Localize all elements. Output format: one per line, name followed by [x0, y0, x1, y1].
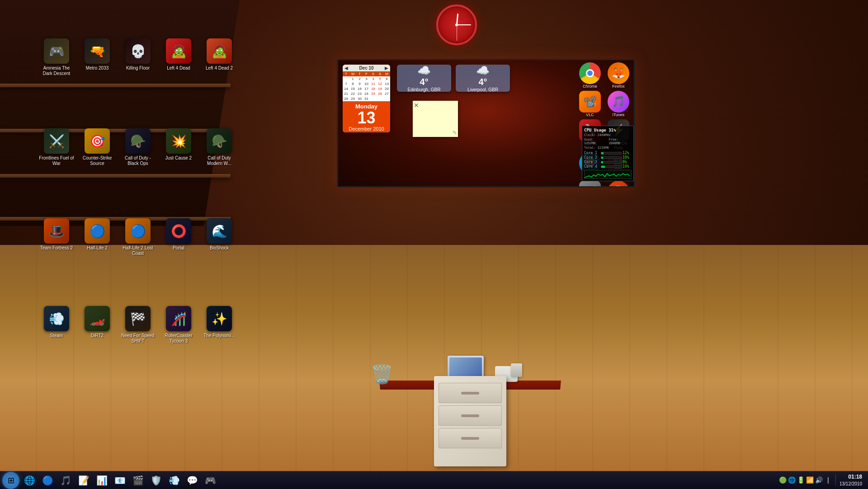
- icon-row-4: 💨 Steam 🏎️ DiRT2 🏁 Need For Speed SHIFT …: [36, 304, 240, 346]
- tray-signal[interactable]: 📶: [807, 476, 814, 484]
- calendar-days: 123456 78910111213 14151617181920 212223…: [343, 76, 390, 101]
- cpu-core4: Core 4 19%: [584, 165, 632, 169]
- calendar-month-year: December 2010: [343, 126, 390, 132]
- drawer-2: [439, 405, 502, 426]
- icon-amnesia[interactable]: 🎮 Amnesia The Dark Descent: [36, 36, 77, 79]
- firefox-icon: 🦊: [608, 62, 629, 84]
- icon-killing-floor[interactable]: 💀 Killing Floor: [118, 36, 158, 79]
- taskbar-outlook[interactable]: 📧: [112, 472, 128, 489]
- sticky-close-button[interactable]: ✕: [414, 102, 419, 109]
- icon-nfs[interactable]: 🏁 Need For Speed SHIFT: [118, 304, 158, 346]
- drawer-1: [439, 383, 502, 403]
- taskbar-skype[interactable]: 💬: [184, 472, 200, 489]
- screen-content: ◀ Dec 10 ▶ T W T F S S M 123456 78910111…: [338, 60, 634, 186]
- icon-bioshock[interactable]: 🌊 BioShock: [199, 216, 240, 259]
- l4d2-icon-img: 🧟: [207, 38, 232, 64]
- chrome-taskbar-icon: 🔵: [42, 475, 53, 486]
- cpu-graph-svg: [585, 170, 631, 179]
- cpu-core1-fill: [601, 152, 604, 154]
- icon-polynomial[interactable]: ✨ The Polynomi...: [199, 304, 240, 346]
- jc2-label: Just Cause 2: [165, 155, 192, 161]
- app-audacity[interactable]: 🎙️ Audacity: [605, 181, 632, 186]
- minute-hand: [457, 24, 471, 25]
- icon-frontlines[interactable]: ⚔️ Frontlines Fuel of War: [36, 126, 77, 169]
- weather-liverpool-temp: 4°: [478, 77, 487, 87]
- skype-taskbar-icon: 💬: [187, 475, 198, 486]
- calendar-month-label: Dec 10: [359, 66, 373, 71]
- icon-dirt2[interactable]: 🏎️ DiRT2: [77, 304, 118, 346]
- calendar-prev[interactable]: ◀: [344, 66, 348, 71]
- icon-counter-strike[interactable]: 🎯 Counter-Strike Source: [77, 126, 118, 169]
- itunes-icon: 🎵: [608, 91, 629, 113]
- icon-row-2: ⚔️ Frontlines Fuel of War 🎯 Counter-Stri…: [36, 126, 240, 169]
- chrome-icon: [579, 62, 601, 84]
- vlc-label: VLC: [586, 113, 594, 117]
- cpu-core1: Core 1 12%: [584, 151, 632, 155]
- icon-cod-mw[interactable]: 🪖 Call of Duty Modern W...: [199, 126, 240, 169]
- taskbar-excel[interactable]: 📊: [94, 472, 110, 489]
- l4d-icon-img: 🧟: [166, 38, 191, 64]
- taskbar-mediaplayer[interactable]: 🎬: [130, 472, 146, 489]
- taskbar-chrome[interactable]: 🔵: [39, 472, 56, 489]
- icon-cod-bo[interactable]: 🪖 Call of Duty - Black Ops: [118, 126, 158, 169]
- tray-volume[interactable]: 🔊: [816, 476, 823, 484]
- system-tray: 🟢 🌐 🔋 📶 🔊 | 01:18 13/12/2010: [776, 473, 866, 487]
- icon-hl2-lc[interactable]: 🔵 Half-Life 2 Lost Coast: [118, 216, 158, 259]
- icon-left4dead[interactable]: 🧟 Left 4 Dead: [158, 36, 199, 79]
- drawer-2-handle: [461, 414, 479, 417]
- tray-separator: [835, 475, 836, 485]
- recycle-bin[interactable]: 🗑️: [371, 364, 393, 385]
- cpu-memory: Used: 1257MB Free: 2006MB: [584, 138, 632, 145]
- app-chrome[interactable]: Chrome: [577, 62, 603, 89]
- killing-label: Killing Floor: [126, 66, 150, 71]
- metro-icon-img: 🔫: [85, 38, 110, 64]
- icon-portal[interactable]: ⭕ Portal: [158, 216, 199, 259]
- dirt2-icon-img: 🏎️: [85, 306, 110, 331]
- weather-edinburgh-temp: 4°: [420, 77, 428, 87]
- tray-power[interactable]: 🔋: [797, 476, 805, 484]
- portal-label: Portal: [173, 245, 184, 251]
- icon-steam[interactable]: 💨 Steam: [36, 304, 77, 346]
- hl2-label: Half-Life 2: [87, 245, 108, 251]
- weather-liverpool-city: Liverpool, GBR: [467, 87, 498, 92]
- calendar-next[interactable]: ▶: [385, 66, 388, 71]
- clock-time: 01:18: [840, 473, 862, 481]
- icon-left4dead2[interactable]: 🧟 Left 4 Dead 2: [199, 36, 240, 79]
- weather-liverpool: ☁️ 4° Liverpool, GBR: [456, 65, 510, 92]
- portal-icon-img: ⭕: [166, 218, 191, 244]
- clock-center: [455, 24, 458, 26]
- bioshock-icon-img: 🌊: [207, 218, 232, 244]
- cpu-core3: Core 3 8%: [584, 160, 632, 164]
- bioshock-label: BioShock: [210, 245, 229, 251]
- guitar-pro-icon: 🎸: [579, 181, 601, 186]
- sticky-edit-icon[interactable]: ✎: [453, 130, 457, 136]
- weather-edinburgh-icon: ☁️: [417, 64, 431, 77]
- hl2-icon-img: 🔵: [85, 218, 110, 244]
- start-button[interactable]: ⊞: [2, 472, 19, 489]
- icon-justcause2[interactable]: 💥 Just Cause 2: [158, 126, 199, 169]
- drawer-1-handle: [461, 392, 479, 395]
- laptop-screen: [449, 357, 482, 379]
- tray-security[interactable]: 🟢: [779, 476, 787, 484]
- steam-taskbar-icon: 💨: [169, 475, 180, 486]
- app-guitar-pro[interactable]: 🎸 Guitar Pro 5: [577, 181, 603, 186]
- app-firefox[interactable]: 🦊 Firefox: [605, 62, 632, 89]
- taskbar-ie[interactable]: 🌐: [21, 472, 38, 489]
- taskbar-word[interactable]: 📝: [75, 472, 92, 489]
- system-clock[interactable]: 01:18 13/12/2010: [840, 473, 862, 487]
- filing-cabinet: [434, 376, 506, 466]
- taskbar-game[interactable]: 🎮: [202, 472, 218, 489]
- cpu-core2: Core 2 10%: [584, 155, 632, 160]
- mediaplayer-icon: 🎬: [132, 475, 144, 486]
- icon-tf2[interactable]: 🎩 Team Fortress 2: [36, 216, 77, 259]
- app-itunes[interactable]: 🎵 iTunes: [605, 91, 632, 117]
- taskbar-steam[interactable]: 💨: [166, 472, 182, 489]
- app-vlc[interactable]: 📽️ VLC: [577, 91, 603, 117]
- taskbar-itunes[interactable]: 🎵: [57, 472, 74, 489]
- icon-rct3[interactable]: 🎢 RollerCoaster Tycoon 3: [158, 304, 199, 346]
- clock-date: 13/12/2010: [840, 481, 862, 487]
- tray-network[interactable]: 🌐: [788, 476, 796, 484]
- taskbar-malwarebytes[interactable]: 🛡️: [148, 472, 164, 489]
- icon-hl2[interactable]: 🔵 Half-Life 2: [77, 216, 118, 259]
- icon-metro[interactable]: 🔫 Metro 2033: [77, 36, 118, 79]
